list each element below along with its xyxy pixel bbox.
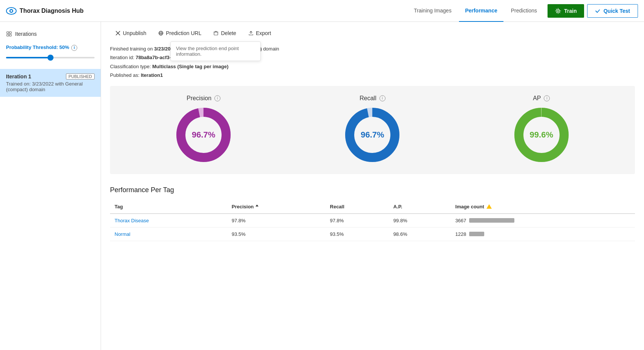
- count-bar-normal: [469, 232, 484, 236]
- metric-precision: Precision i 96.7%: [173, 95, 234, 165]
- warning-icon: [486, 204, 492, 209]
- info-overlay: View the prediction end point informatio…: [170, 41, 261, 61]
- prob-info-icon[interactable]: i: [71, 45, 77, 51]
- quick-test-button[interactable]: Quick Test: [587, 4, 638, 18]
- recall-value: 96.7%: [361, 130, 384, 140]
- svg-rect-11: [214, 32, 218, 35]
- ap-thorax: 99.8%: [389, 214, 451, 228]
- performance-table: Tag Precision Recall: [110, 200, 635, 241]
- precision-chart: 96.7%: [173, 105, 234, 165]
- ap-normal: 98.6%: [389, 227, 451, 241]
- metrics-card: Precision i 96.7% Recall i: [110, 86, 635, 174]
- prob-value: 50%: [60, 44, 69, 50]
- sort-asc-icon[interactable]: [255, 204, 259, 209]
- precision-info-icon[interactable]: i: [214, 95, 220, 101]
- prediction-url-label: Prediction URL: [166, 30, 201, 36]
- prediction-url-button[interactable]: Prediction URL: [153, 28, 207, 38]
- performance-per-tag-section: Performance Per Tag Tag Precision: [110, 186, 635, 241]
- recall-label: Recall: [359, 95, 376, 102]
- image-count-normal: 1228: [451, 227, 635, 241]
- ap-value: 99.6%: [530, 130, 553, 140]
- table-row: Normal 93.5% 93.5% 98.6% 1228: [110, 227, 635, 241]
- iteration-desc: Trained on: 3/23/2022 with General (comp…: [6, 81, 95, 92]
- recall-normal: 93.5%: [326, 227, 389, 241]
- recall-chart: 96.7%: [342, 105, 402, 165]
- app-title: Thorax Diagnosis Hub: [20, 8, 84, 14]
- globe-icon: [158, 31, 164, 36]
- delete-icon: [213, 31, 219, 36]
- delete-label: Delete: [221, 30, 236, 36]
- svg-rect-7: [9, 34, 11, 36]
- precision-normal: 93.5%: [227, 227, 326, 241]
- unpublish-button[interactable]: Unpublish: [110, 28, 151, 38]
- x-icon: [115, 31, 121, 36]
- checkmark-icon: [595, 8, 600, 14]
- iterations-icon: [6, 31, 12, 37]
- performance-per-tag-title: Performance Per Tag: [110, 186, 635, 194]
- export-button[interactable]: Export: [243, 28, 276, 38]
- app-logo: Thorax Diagnosis Hub: [6, 6, 84, 16]
- export-icon: [248, 31, 254, 36]
- sidebar: Iterations Probability Threshold: 50% i …: [0, 22, 101, 350]
- header-nav: Training Images Performance Predictions: [408, 0, 543, 22]
- metric-recall: Recall i 96.7%: [342, 95, 402, 165]
- sidebar-iterations[interactable]: Iterations: [0, 28, 101, 40]
- precision-label: Precision: [187, 95, 211, 102]
- ap-label: AP: [533, 95, 541, 102]
- nav-training-images[interactable]: Training Images: [408, 0, 457, 22]
- col-ap: A.P.: [389, 200, 451, 214]
- table-row: Thorax Disease 97.8% 97.8% 99.8% 3667: [110, 214, 635, 228]
- main-content: Unpublish Prediction URL View the predic…: [101, 22, 644, 350]
- table-header-row: Tag Precision Recall: [110, 200, 635, 214]
- published-badge: PUBLISHED: [66, 73, 95, 79]
- gear-icon: [555, 8, 561, 14]
- eye-icon: [6, 6, 17, 16]
- precision-value: 96.7%: [192, 130, 215, 140]
- probability-slider[interactable]: [6, 54, 95, 61]
- header: Thorax Diagnosis Hub Training Images Per…: [0, 0, 644, 22]
- image-count-thorax: 3667: [451, 214, 635, 228]
- iterations-label: Iterations: [15, 31, 37, 37]
- ap-info-icon[interactable]: i: [544, 95, 550, 101]
- ap-chart: 99.6%: [511, 105, 572, 165]
- col-precision[interactable]: Precision: [227, 200, 326, 214]
- train-label: Train: [564, 8, 577, 14]
- col-tag: Tag: [110, 200, 227, 214]
- content-area: Iterations Probability Threshold: 50% i …: [0, 22, 644, 350]
- training-line4: Published as: Iteration1: [110, 71, 635, 79]
- count-bar-thorax: [469, 218, 514, 223]
- delete-button[interactable]: Delete: [208, 28, 241, 38]
- training-line3: Classification type: Multiclass (Single …: [110, 62, 635, 71]
- svg-rect-6: [7, 34, 9, 36]
- toolbar: Unpublish Prediction URL View the predic…: [110, 28, 635, 38]
- tag-normal[interactable]: Normal: [115, 231, 130, 237]
- col-image-count: Image count: [451, 200, 635, 214]
- nav-predictions[interactable]: Predictions: [505, 0, 543, 22]
- probability-threshold: Probability Threshold: 50% i: [0, 40, 101, 66]
- svg-rect-5: [9, 32, 11, 34]
- nav-performance[interactable]: Performance: [459, 0, 503, 22]
- metric-ap: AP i 99.6%: [511, 95, 572, 165]
- train-button[interactable]: Train: [548, 4, 584, 18]
- iteration-name: Iteration 1: [6, 73, 31, 79]
- col-recall: Recall: [326, 200, 389, 214]
- quick-test-label: Quick Test: [603, 8, 630, 14]
- tag-thorax-disease[interactable]: Thorax Disease: [115, 218, 149, 223]
- precision-thorax: 97.8%: [227, 214, 326, 228]
- export-label: Export: [256, 30, 271, 36]
- prob-threshold-label: Probability Threshold: 50% i: [6, 44, 95, 51]
- svg-rect-4: [7, 32, 9, 34]
- svg-point-2: [11, 10, 12, 12]
- recall-thorax: 97.8%: [326, 214, 389, 228]
- recall-info-icon[interactable]: i: [379, 95, 385, 101]
- unpublish-label: Unpublish: [123, 30, 146, 36]
- iteration-item[interactable]: Iteration 1 PUBLISHED Trained on: 3/23/2…: [0, 69, 101, 97]
